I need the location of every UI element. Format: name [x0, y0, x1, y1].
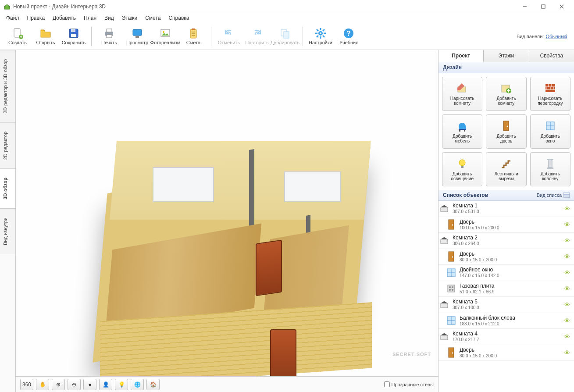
design-add-furniture-button[interactable]: Добавитьмебель [442, 114, 482, 149]
toolbar-save-button[interactable]: Сохранить [60, 24, 88, 49]
object-list-header: Список объектов Вид списка [439, 190, 574, 201]
svg-rect-47 [459, 130, 460, 132]
svg-point-70 [449, 286, 451, 288]
visibility-eye-icon[interactable]: 👁 [563, 285, 571, 292]
titlebar: Новый проект - Дизайн Интерьера 3D [0, 0, 574, 13]
visibility-eye-icon[interactable]: 👁 [563, 333, 571, 340]
rtab-project[interactable]: Проект [439, 50, 484, 62]
svg-rect-13 [135, 36, 139, 38]
vtab-2d[interactable]: 2D-редактор [0, 122, 15, 168]
panel-view-link[interactable]: Обычный [545, 34, 567, 39]
view-light-button[interactable]: 💡 [115, 379, 128, 390]
svg-rect-48 [464, 130, 465, 132]
visibility-eye-icon[interactable]: 👁 [563, 317, 571, 324]
vtab-2d3d[interactable]: 2D-редактор и 3D-обзор [0, 50, 15, 122]
toolbar-help-button[interactable]: ?Учебник [335, 24, 363, 49]
svg-point-54 [459, 160, 465, 166]
zoom-out-icon: ⊖ [72, 381, 76, 388]
toolbar-estimate-button[interactable]: Смета [179, 24, 207, 49]
design-stairs-button[interactable]: Лестницы ивырезы [486, 152, 526, 186]
minimize-button[interactable] [516, 0, 534, 13]
toolbar-photoreal-button[interactable]: Фотореализм [151, 24, 179, 49]
window-title: Новый проект - Дизайн Интерьера 3D [13, 4, 516, 10]
visibility-eye-icon[interactable]: 👁 [563, 221, 571, 228]
menu-план[interactable]: План [80, 14, 100, 22]
menu-добавить[interactable]: Добавить [49, 14, 79, 22]
svg-point-65 [452, 257, 453, 258]
rtab-floors[interactable]: Этажи [484, 50, 529, 62]
app-icon [4, 3, 11, 10]
svg-point-63 [452, 225, 453, 226]
object-row-balcony[interactable]: Балконный блок слева183.0 x 15.0 x 212.0… [439, 313, 574, 329]
object-row-door[interactable]: Дверь100.0 x 15.0 x 200.0👁 [439, 217, 574, 233]
door-icon [446, 219, 457, 230]
view-orbit-button[interactable]: 360 [20, 379, 33, 390]
view-mode-tabs: 2D-редактор и 3D-обзор2D-редактор3D-обзо… [0, 50, 16, 392]
design-add-column-button[interactable]: Добавитьколонну [530, 152, 570, 186]
svg-rect-58 [547, 167, 553, 169]
view-pan-button[interactable]: ✋ [36, 379, 49, 390]
list-view-mode-label[interactable]: Вид списка [537, 192, 562, 198]
view-home-button[interactable]: 🏠 [146, 379, 160, 390]
menu-правка[interactable]: Правка [24, 14, 49, 22]
object-row-stove[interactable]: Газовая плита51.0 x 62.1 x 86.9👁 [439, 281, 574, 297]
vtab-3d[interactable]: 3D-обзор [0, 168, 15, 208]
object-row-door[interactable]: Дверь80.0 x 15.0 x 200.0👁 [439, 345, 574, 361]
window-icon [446, 315, 457, 326]
menu-этажи[interactable]: Этажи [118, 14, 141, 22]
watermark: SECRET-SOFT [392, 352, 431, 357]
design-draw-room-button[interactable]: Нарисоватькомнату [442, 77, 482, 111]
visibility-eye-icon[interactable]: 👁 [563, 269, 571, 276]
menu-вид[interactable]: Вид [101, 14, 118, 22]
design-add-window-button[interactable]: Добавитьокно [530, 114, 570, 149]
design-add-light-button[interactable]: Добавитьосвещение [442, 152, 482, 186]
svg-point-78 [452, 353, 453, 354]
transparent-walls-checkbox[interactable]: Прозрачные стены [384, 381, 434, 387]
object-row-door[interactable]: Дверь80.0 x 15.0 x 200.0👁 [439, 249, 574, 265]
list-view-icon[interactable] [563, 192, 570, 198]
design-draw-partition-button[interactable]: Нарисоватьперегородку [530, 77, 570, 111]
design-add-room-button[interactable]: Добавитькомнату [486, 77, 526, 111]
visibility-eye-icon[interactable]: 👁 [563, 205, 571, 212]
object-row-room[interactable]: Комната 4170.0 x 217.7👁 [439, 329, 574, 345]
object-row-room[interactable]: Комната 5307.0 x 100.0👁 [439, 297, 574, 313]
room-icon [439, 203, 450, 214]
visibility-eye-icon[interactable]: 👁 [563, 349, 571, 356]
view-user-button[interactable]: 👤 [99, 379, 112, 390]
menu-смета[interactable]: Смета [142, 14, 164, 22]
view-zoomout-button[interactable]: ⊖ [68, 379, 81, 390]
svg-rect-57 [547, 159, 553, 160]
toolbar-new-button[interactable]: Создать [4, 24, 32, 49]
object-row-room[interactable]: Комната 2306.0 x 264.0👁 [439, 233, 574, 249]
home-icon: 🏠 [150, 381, 157, 388]
toolbar-settings-button[interactable]: Настройки [307, 24, 335, 49]
rtab-props[interactable]: Свойства [529, 50, 574, 62]
pencil-room-icon [456, 82, 468, 94]
menu-справка[interactable]: Справка [165, 14, 193, 22]
view-record-button[interactable]: ● [83, 379, 96, 390]
toolbar-open-button[interactable]: Открыть [32, 24, 60, 49]
design-add-door-button[interactable]: Добавитьдверь [486, 114, 526, 149]
toolbar-preview-button[interactable]: Просмотр [123, 24, 151, 49]
object-row-room[interactable]: Комната 1307.0 x 531.0👁 [439, 201, 574, 217]
vtab-inside[interactable]: Вид изнутри [0, 208, 15, 254]
object-list: Комната 1307.0 x 531.0👁Дверь100.0 x 15.0… [439, 201, 574, 392]
visibility-eye-icon[interactable]: 👁 [563, 253, 571, 260]
zoom-in-icon: ⊕ [56, 381, 61, 388]
image-icon [159, 27, 171, 39]
menu-файл[interactable]: Файл [3, 14, 23, 22]
view-globe-button[interactable]: 🌐 [131, 379, 144, 390]
object-row-window[interactable]: Двойное окно147.0 x 15.0 x 142.0👁 [439, 265, 574, 281]
visibility-eye-icon[interactable]: 👁 [563, 301, 571, 308]
svg-line-28 [317, 29, 318, 31]
design-header: Дизайн [439, 62, 574, 73]
file-new-icon [11, 27, 24, 39]
3d-viewport[interactable]: SECRET-SOFT [16, 50, 438, 376]
toolbar-print-button[interactable]: Печать [95, 24, 123, 49]
maximize-button[interactable] [535, 0, 552, 13]
column-icon [544, 157, 556, 170]
view-zoomin-button[interactable]: ⊕ [52, 379, 65, 390]
visibility-eye-icon[interactable]: 👁 [563, 237, 571, 244]
svg-point-73 [452, 289, 453, 291]
close-button[interactable] [553, 0, 570, 13]
